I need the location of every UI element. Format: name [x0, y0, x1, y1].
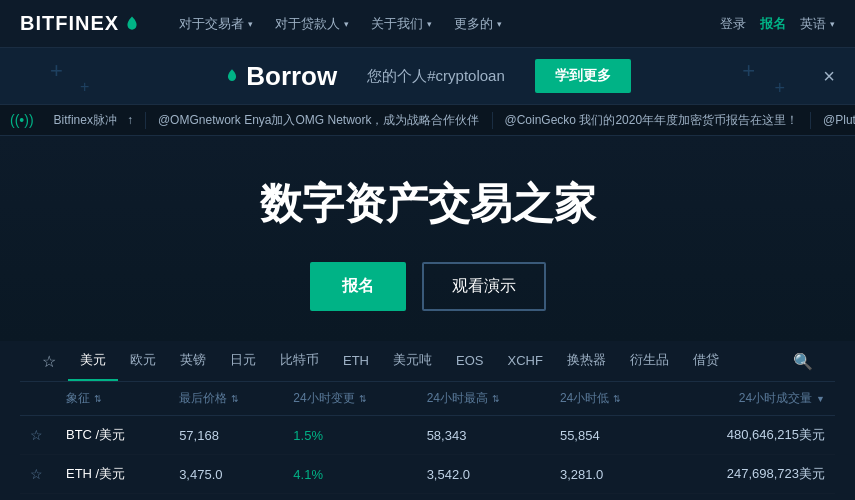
tab-xchf[interactable]: XCHF	[495, 343, 554, 380]
sort-arrow-icon: ⇅	[613, 394, 621, 404]
ticker-item-omg: @OMGnetwork Enya加入OMG Network，成为战略合作伙伴	[146, 112, 493, 129]
hero-buttons: 报名 观看演示	[310, 262, 546, 311]
login-button[interactable]: 登录	[720, 15, 746, 33]
navbar: BITFINEX 对于交易者 ▾ 对于贷款人 ▾ 关于我们 ▾ 更多的 ▾ 登录…	[0, 0, 855, 48]
th-low: 24小时低 ⇅	[550, 382, 666, 416]
signup-button[interactable]: 报名	[310, 262, 406, 311]
market-tabs: ☆ 美元 欧元 英镑 日元 比特币 ETH 美元吨 EOS XCHF 换热器 衍…	[20, 341, 835, 382]
decoration-plus: +	[50, 58, 63, 84]
news-ticker: ((•)) Bitfinex脉冲 ↑ @OMGnetwork Enya加入OMG…	[0, 104, 855, 136]
last-price: 3,475.0	[169, 455, 283, 494]
close-icon[interactable]: ×	[823, 65, 835, 88]
logo-text: BITFINEX	[20, 12, 119, 35]
chevron-down-icon: ▾	[344, 19, 349, 29]
price-change: 4.1%	[293, 467, 323, 482]
nav-menu: 对于交易者 ▾ 对于贷款人 ▾ 关于我们 ▾ 更多的 ▾	[171, 9, 720, 39]
symbol-name: ETH /美元	[66, 466, 125, 481]
sort-arrow-icon: ⇅	[492, 394, 500, 404]
market-section: ☆ 美元 欧元 英镑 日元 比特币 ETH 美元吨 EOS XCHF 换热器 衍…	[0, 341, 855, 494]
hero-section: 数字资产交易之家 报名 观看演示	[0, 136, 855, 341]
search-icon[interactable]: 🔍	[781, 342, 825, 381]
star-icon[interactable]: ☆	[30, 466, 43, 482]
logo-leaf-icon	[123, 15, 141, 33]
tab-jpy[interactable]: 日元	[218, 341, 268, 381]
tab-eur[interactable]: 欧元	[118, 341, 168, 381]
promo-banner: + + + + Borrow 您的个人#cryptoloan 学到更多 ×	[0, 48, 855, 104]
th-high: 24小时最高 ⇅	[417, 382, 550, 416]
th-symbol: 象征 ⇅	[56, 382, 169, 416]
price-low: 3,281.0	[550, 455, 666, 494]
decoration-plus-3: +	[742, 58, 755, 84]
price-low: 55,854	[550, 416, 666, 455]
symbol-name: BTC /美元	[66, 427, 125, 442]
chevron-down-icon: ▾	[497, 19, 502, 29]
th-last-price: 最后价格 ⇅	[169, 382, 283, 416]
banner-leaf-icon	[224, 68, 240, 84]
tab-eth[interactable]: ETH	[331, 343, 381, 380]
language-selector[interactable]: 英语 ▾	[800, 15, 835, 33]
tab-eos[interactable]: EOS	[444, 343, 495, 380]
decoration-plus-2: +	[80, 78, 89, 96]
tab-btc[interactable]: 比特币	[268, 341, 331, 381]
volume: 480,646,215美元	[666, 416, 835, 455]
ticker-item-plutus: @Plutus PLIP | Pluton流动	[811, 112, 855, 129]
tab-usd[interactable]: 美元	[68, 341, 118, 381]
chevron-down-icon: ▾	[427, 19, 432, 29]
ticker-item-coingecko: @CoinGecko 我们的2020年年度加密货币报告在这里！	[493, 112, 812, 129]
nav-item-lenders[interactable]: 对于贷款人 ▾	[267, 9, 357, 39]
tab-exchange[interactable]: 换热器	[555, 341, 618, 381]
nav-item-traders[interactable]: 对于交易者 ▾	[171, 9, 261, 39]
th-star	[20, 382, 56, 416]
nav-right: 登录 报名 英语 ▾	[720, 15, 835, 33]
table-row[interactable]: ☆ BTC /美元 57,168 1.5% 58,343 55,854 480,…	[20, 416, 835, 455]
logo[interactable]: BITFINEX	[20, 12, 141, 35]
banner-cta-button[interactable]: 学到更多	[535, 59, 631, 93]
sort-arrow-icon: ⇅	[231, 394, 239, 404]
nav-item-more[interactable]: 更多的 ▾	[446, 9, 510, 39]
tab-gbp[interactable]: 英镑	[168, 341, 218, 381]
volume: 247,698,723美元	[666, 455, 835, 494]
register-button[interactable]: 报名	[760, 15, 786, 33]
tab-lending[interactable]: 借贷	[681, 341, 731, 381]
decoration-plus-4: +	[774, 78, 785, 99]
sort-arrow-icon: ▼	[816, 394, 825, 404]
chevron-down-icon: ▾	[830, 19, 835, 29]
ticker-item-bitfinex: Bitfinex脉冲 ↑	[42, 112, 146, 129]
market-table: 象征 ⇅ 最后价格 ⇅ 24小时变更 ⇅	[20, 382, 835, 494]
price-change: 1.5%	[293, 428, 323, 443]
banner-title: Borrow	[246, 61, 337, 92]
nav-item-about[interactable]: 关于我们 ▾	[363, 9, 440, 39]
table-row[interactable]: ☆ ETH /美元 3,475.0 4.1% 3,542.0 3,281.0 2…	[20, 455, 835, 494]
chevron-down-icon: ▾	[248, 19, 253, 29]
sort-arrow-icon: ⇅	[94, 394, 102, 404]
hero-title: 数字资产交易之家	[260, 176, 596, 232]
pulse-icon: ((•))	[10, 112, 34, 128]
price-high: 58,343	[417, 416, 550, 455]
banner-brand: Borrow	[224, 61, 337, 92]
banner-subtitle: 您的个人#cryptoloan	[367, 67, 505, 86]
last-price: 57,168	[169, 416, 283, 455]
price-high: 3,542.0	[417, 455, 550, 494]
demo-button[interactable]: 观看演示	[422, 262, 546, 311]
star-icon[interactable]: ☆	[30, 427, 43, 443]
tab-derivatives[interactable]: 衍生品	[618, 341, 681, 381]
sort-arrow-icon: ⇅	[359, 394, 367, 404]
th-change: 24小时变更 ⇅	[283, 382, 416, 416]
th-volume: 24小时成交量 ▼	[666, 382, 835, 416]
favorites-tab[interactable]: ☆	[30, 342, 68, 381]
tab-udt[interactable]: 美元吨	[381, 341, 444, 381]
